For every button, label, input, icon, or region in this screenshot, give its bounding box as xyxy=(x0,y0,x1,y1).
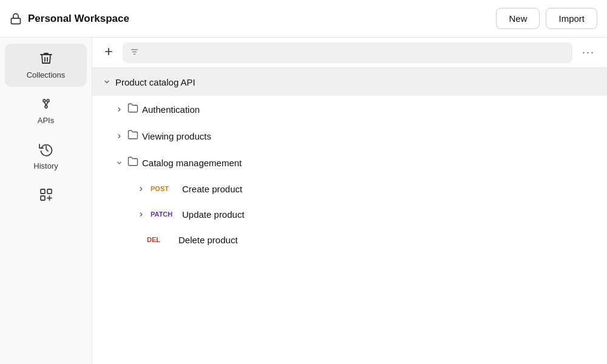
chevron-down-icon xyxy=(102,78,112,86)
request-label-update-product: Update product xyxy=(182,209,245,220)
folder-label-authentication: Authentication xyxy=(142,104,200,115)
request-row-update-product[interactable]: PATCH Update product xyxy=(92,201,607,227)
sidebar: Collections APIs xyxy=(0,38,92,364)
sidebar-item-collections-label: Collections xyxy=(27,70,66,79)
sidebar-item-history[interactable]: History xyxy=(5,135,87,178)
header-actions: New Import xyxy=(496,8,597,29)
more-options-button[interactable]: ··· xyxy=(577,44,600,61)
method-badge-patch: PATCH xyxy=(151,211,177,218)
collection-row-product-catalog[interactable]: Product catalog API xyxy=(92,68,607,96)
svg-line-5 xyxy=(46,102,48,106)
request-label-delete-product: Delete product xyxy=(178,235,238,245)
content-area: ··· Product catalog API xyxy=(92,38,607,364)
apis-icon xyxy=(39,96,53,113)
sidebar-item-history-label: History xyxy=(33,161,58,170)
new-button[interactable]: New xyxy=(496,8,540,29)
search-input[interactable] xyxy=(143,48,565,58)
chevron-right-icon-update xyxy=(136,211,146,218)
collections-list: Product catalog API Authentication xyxy=(92,68,607,364)
filter-icon xyxy=(130,47,139,58)
folder-label-catalog-management: Catalog managemement xyxy=(142,158,242,168)
chevron-right-icon-auth xyxy=(114,106,124,113)
folder-icon-catalog xyxy=(127,156,138,169)
chevron-down-icon-catalog xyxy=(114,160,124,166)
folder-label-viewing-products: Viewing products xyxy=(142,131,211,141)
add-square-icon xyxy=(39,187,53,204)
lock-icon xyxy=(10,13,22,25)
method-badge-post: POST xyxy=(151,185,177,192)
collections-icon xyxy=(39,51,53,68)
svg-rect-6 xyxy=(41,189,45,194)
add-collection-button[interactable] xyxy=(100,44,118,62)
sidebar-item-new[interactable] xyxy=(5,180,87,214)
header: Personal Workspace New Import xyxy=(0,0,607,38)
main-layout: Collections APIs xyxy=(0,38,607,364)
sidebar-item-collections[interactable]: Collections xyxy=(5,44,87,87)
history-icon xyxy=(39,142,53,159)
request-row-delete-product[interactable]: DEL Delete product xyxy=(92,227,607,252)
method-badge-del: DEL xyxy=(147,236,174,243)
folder-row-viewing-products[interactable]: Viewing products xyxy=(92,123,607,149)
toolbar: ··· xyxy=(92,38,607,68)
svg-rect-7 xyxy=(47,189,52,194)
folder-icon-viewing xyxy=(127,129,138,143)
svg-rect-8 xyxy=(41,196,45,200)
folder-row-authentication[interactable]: Authentication xyxy=(92,96,607,123)
sidebar-item-apis-label: APIs xyxy=(38,116,54,125)
sidebar-item-apis[interactable]: APIs xyxy=(5,89,87,132)
chevron-right-icon-create xyxy=(136,186,146,192)
chevron-right-icon-viewing xyxy=(114,133,124,140)
header-left: Personal Workspace xyxy=(10,13,129,25)
folder-icon-auth xyxy=(127,103,138,116)
collection-name-product-catalog: Product catalog API xyxy=(115,77,195,87)
import-button[interactable]: Import xyxy=(546,8,597,29)
workspace-title: Personal Workspace xyxy=(28,13,129,25)
request-row-create-product[interactable]: POST Create product xyxy=(92,176,607,201)
svg-rect-0 xyxy=(12,18,21,24)
search-bar xyxy=(123,42,572,63)
folder-row-catalog-management[interactable]: Catalog managemement xyxy=(92,149,607,176)
request-label-create-product: Create product xyxy=(182,184,242,194)
